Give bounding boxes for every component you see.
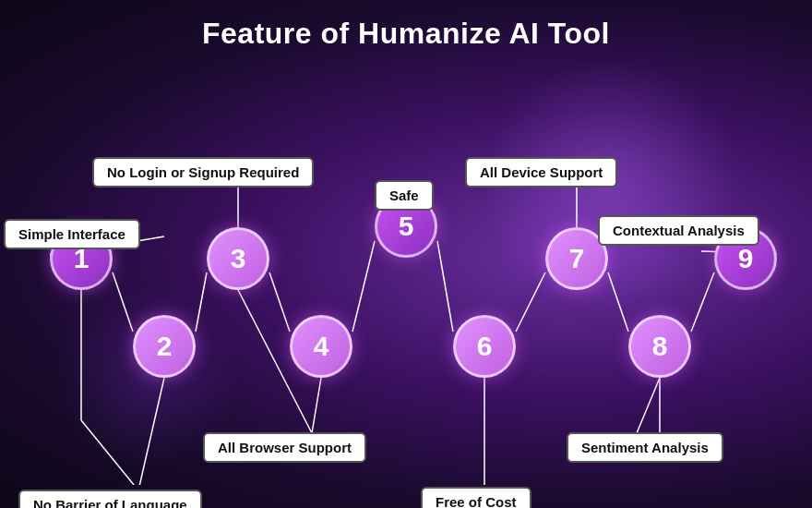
diagram-area: 1 2 3 4 5 6 7 8 9 Simple Interface No Lo… [0, 60, 812, 485]
label-contextual-analysis: Contextual Analysis [598, 215, 759, 246]
label-simple-interface: Simple Interface [4, 219, 140, 249]
svg-line-6 [138, 378, 164, 485]
svg-line-15 [113, 272, 133, 332]
svg-line-5 [81, 420, 138, 485]
circle-6: 6 [453, 315, 516, 378]
circle-8: 8 [628, 315, 691, 378]
label-safe: Safe [375, 180, 434, 211]
circle-4: 4 [290, 315, 352, 378]
page-title: Feature of Humanize AI Tool [0, 0, 812, 60]
label-all-device: All Device Support [465, 157, 617, 187]
label-all-browser: All Browser Support [203, 432, 366, 463]
svg-line-17 [269, 272, 290, 332]
svg-line-12 [637, 378, 660, 433]
svg-line-19 [437, 241, 453, 332]
svg-line-8 [312, 378, 321, 433]
label-no-login: No Login or Signup Required [92, 157, 314, 187]
connector-lines [0, 60, 812, 485]
svg-line-21 [608, 272, 628, 332]
label-sentiment-analysis: Sentiment Analysis [567, 432, 723, 463]
svg-line-22 [691, 272, 714, 332]
label-free-of-cost: Free of Cost [421, 487, 531, 508]
circle-3: 3 [207, 227, 269, 290]
label-no-language: No Barrier of Language [18, 490, 202, 508]
circle-2: 2 [133, 315, 196, 378]
svg-line-18 [352, 241, 375, 332]
svg-line-16 [196, 272, 207, 332]
svg-line-20 [516, 272, 545, 332]
